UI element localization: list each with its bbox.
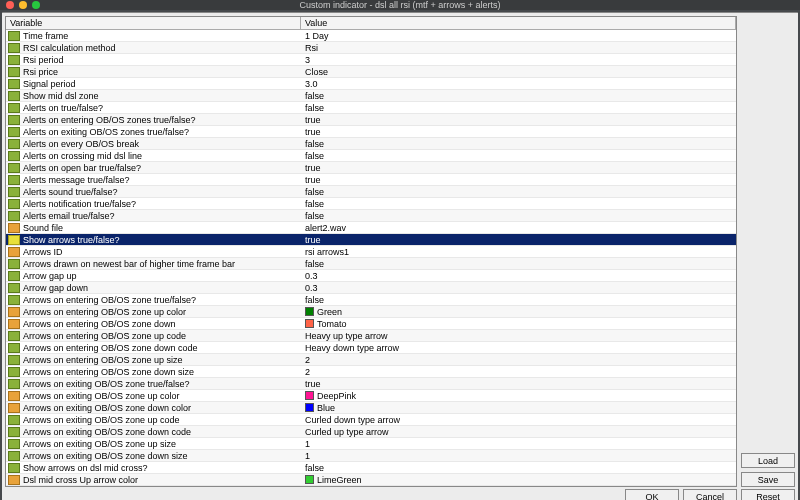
table-row[interactable]: RSI calculation methodRsi xyxy=(6,42,736,54)
table-row[interactable]: Alerts on crossing mid dsl linefalse xyxy=(6,150,736,162)
param-value[interactable]: false xyxy=(301,151,736,161)
param-value[interactable]: Heavy down type arrow xyxy=(301,343,736,353)
table-row[interactable]: Arrows on exiting OB/OS zone up colorDee… xyxy=(6,390,736,402)
param-value[interactable]: 1 xyxy=(301,439,736,449)
param-name: Arrows on exiting OB/OS zone true/false? xyxy=(22,379,301,389)
param-value[interactable]: true xyxy=(301,115,736,125)
cancel-button[interactable]: Cancel xyxy=(683,489,737,500)
param-icon xyxy=(8,247,20,257)
param-value[interactable]: false xyxy=(301,295,736,305)
table-row[interactable]: Arrows on entering OB/OS zone true/false… xyxy=(6,294,736,306)
table-row[interactable]: Show arrows true/false?true xyxy=(6,234,736,246)
param-value[interactable]: true xyxy=(301,127,736,137)
table-row[interactable]: Arrows on exiting OB/OS zone down size1 xyxy=(6,450,736,462)
table-row[interactable]: Time frame1 Day xyxy=(6,30,736,42)
param-value[interactable]: true xyxy=(301,235,736,245)
table-row[interactable]: Arrow gap down0.3 xyxy=(6,282,736,294)
param-value[interactable]: 2 xyxy=(301,355,736,365)
param-value[interactable]: true xyxy=(301,175,736,185)
param-icon xyxy=(8,223,20,233)
param-value[interactable]: true xyxy=(301,379,736,389)
table-row[interactable]: Rsi period3 xyxy=(6,54,736,66)
table-row[interactable]: Arrows on exiting OB/OS zone down colorB… xyxy=(6,402,736,414)
table-row[interactable]: Arrows on entering OB/OS zone down codeH… xyxy=(6,342,736,354)
table-row[interactable]: Alerts email true/false?false xyxy=(6,210,736,222)
maximize-icon[interactable] xyxy=(32,1,40,9)
table-row[interactable]: Alerts sound true/false?false xyxy=(6,186,736,198)
table-row[interactable]: Alerts notification true/false?false xyxy=(6,198,736,210)
color-swatch xyxy=(305,403,314,412)
param-value[interactable]: Rsi xyxy=(301,43,736,53)
grid-body[interactable]: Time frame1 DayRSI calculation methodRsi… xyxy=(6,30,736,486)
table-row[interactable]: Arrows on exiting OB/OS zone down codeCu… xyxy=(6,426,736,438)
load-button[interactable]: Load xyxy=(741,453,795,468)
param-name: Show arrows true/false? xyxy=(22,235,301,245)
table-row[interactable]: Show mid dsl zonefalse xyxy=(6,90,736,102)
table-row[interactable]: Arrows on entering OB/OS zone up codeHea… xyxy=(6,330,736,342)
param-value[interactable]: Heavy up type arrow xyxy=(301,331,736,341)
param-value[interactable]: Blue xyxy=(301,403,736,413)
table-row[interactable]: Arrows on entering OB/OS zone up colorGr… xyxy=(6,306,736,318)
table-row[interactable]: Alerts message true/false?true xyxy=(6,174,736,186)
param-name: Arrows on exiting OB/OS zone down color xyxy=(22,403,301,413)
ok-button[interactable]: OK xyxy=(625,489,679,500)
table-row[interactable]: Arrows on exiting OB/OS zone true/false?… xyxy=(6,378,736,390)
param-value[interactable]: alert2.wav xyxy=(301,223,736,233)
table-row[interactable]: Arrow gap up0.3 xyxy=(6,270,736,282)
param-icon xyxy=(8,259,20,269)
window-controls xyxy=(6,1,40,9)
param-value[interactable]: Tomato xyxy=(301,319,736,329)
param-value[interactable]: false xyxy=(301,91,736,101)
param-value[interactable]: false xyxy=(301,463,736,473)
table-row[interactable]: Sound filealert2.wav xyxy=(6,222,736,234)
param-value[interactable]: false xyxy=(301,211,736,221)
table-row[interactable]: Arrows IDrsi arrows1 xyxy=(6,246,736,258)
param-value[interactable]: false xyxy=(301,199,736,209)
param-value[interactable]: 0.3 xyxy=(301,283,736,293)
param-name: Arrows on entering OB/OS zone up size xyxy=(22,355,301,365)
param-value[interactable]: LimeGreen xyxy=(301,475,736,485)
param-value[interactable]: Curled up type arrow xyxy=(301,427,736,437)
param-value[interactable]: false xyxy=(301,103,736,113)
param-value[interactable]: false xyxy=(301,139,736,149)
param-value[interactable]: false xyxy=(301,259,736,269)
table-row[interactable]: Alerts on every OB/OS breakfalse xyxy=(6,138,736,150)
table-row[interactable]: Alerts on exiting OB/OS zones true/false… xyxy=(6,126,736,138)
param-value[interactable]: 2 xyxy=(301,367,736,377)
table-row[interactable]: Arrows on entering OB/OS zone up size2 xyxy=(6,354,736,366)
table-row[interactable]: Arrows drawn on newest bar of higher tim… xyxy=(6,258,736,270)
param-value[interactable]: 1 Day xyxy=(301,31,736,41)
param-icon xyxy=(8,355,20,365)
param-value[interactable]: Curled down type arrow xyxy=(301,415,736,425)
close-icon[interactable] xyxy=(6,1,14,9)
table-row[interactable]: Dsl mid cross Up arrow colorLimeGreen xyxy=(6,474,736,486)
table-row[interactable]: Alerts on open bar true/false?true xyxy=(6,162,736,174)
reset-button[interactable]: Reset xyxy=(741,489,795,500)
column-value[interactable]: Value xyxy=(301,17,736,29)
param-value[interactable]: Green xyxy=(301,307,736,317)
param-value[interactable]: rsi arrows1 xyxy=(301,247,736,257)
table-row[interactable]: Signal period3.0 xyxy=(6,78,736,90)
table-row[interactable]: Arrows on exiting OB/OS zone up size1 xyxy=(6,438,736,450)
param-value[interactable]: Close xyxy=(301,67,736,77)
param-value[interactable]: false xyxy=(301,187,736,197)
param-value[interactable]: 3 xyxy=(301,55,736,65)
table-row[interactable]: Arrows on exiting OB/OS zone up codeCurl… xyxy=(6,414,736,426)
table-row[interactable]: Show arrows on dsl mid cross?false xyxy=(6,462,736,474)
table-row[interactable]: Alerts on true/false?false xyxy=(6,102,736,114)
param-value[interactable]: true xyxy=(301,163,736,173)
minimize-icon[interactable] xyxy=(19,1,27,9)
param-value[interactable]: DeepPink xyxy=(301,391,736,401)
param-value[interactable]: 3.0 xyxy=(301,79,736,89)
column-variable[interactable]: Variable xyxy=(6,17,301,29)
grid-header: Variable Value xyxy=(6,17,736,30)
table-row[interactable]: Alerts on entering OB/OS zones true/fals… xyxy=(6,114,736,126)
table-row[interactable]: Arrows on entering OB/OS zone downTomato xyxy=(6,318,736,330)
param-icon xyxy=(8,403,20,413)
table-row[interactable]: Rsi priceClose xyxy=(6,66,736,78)
table-row[interactable]: Arrows on entering OB/OS zone down size2 xyxy=(6,366,736,378)
param-name: Alerts notification true/false? xyxy=(22,199,301,209)
save-button[interactable]: Save xyxy=(741,472,795,487)
param-value[interactable]: 1 xyxy=(301,451,736,461)
param-value[interactable]: 0.3 xyxy=(301,271,736,281)
